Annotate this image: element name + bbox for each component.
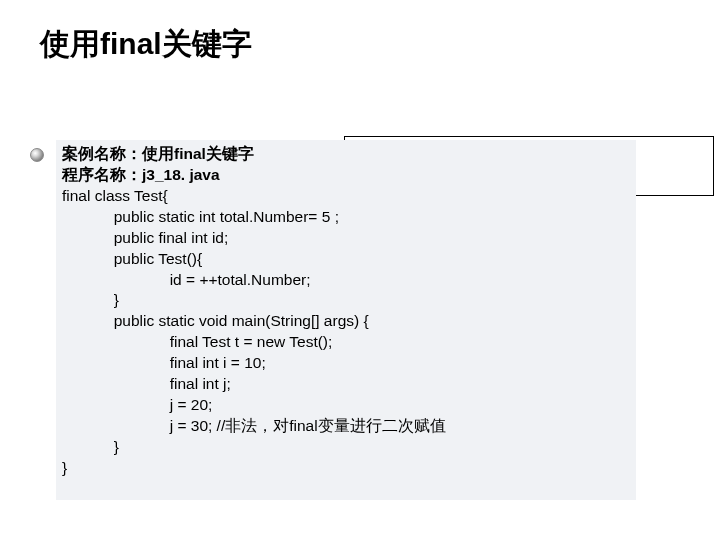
slide-title: 使用final关键字 — [40, 24, 252, 65]
code-line: final int i = 10; — [62, 353, 630, 374]
code-line: } — [62, 290, 630, 311]
code-line: public Test(){ — [62, 249, 630, 270]
code-line: public final int id; — [62, 228, 630, 249]
code-line: } — [62, 458, 630, 479]
code-line: public static void main(String[] args) { — [62, 311, 630, 332]
bullet-icon — [30, 148, 44, 162]
program-name-label: 程序名称：j3_18. java — [62, 165, 630, 186]
code-line: j = 20; — [62, 395, 630, 416]
code-line: final class Test{ — [62, 186, 630, 207]
code-line: public static int total.Number= 5 ; — [62, 207, 630, 228]
code-line: final Test t = new Test(); — [62, 332, 630, 353]
case-name-label: 案例名称：使用final关键字 — [62, 144, 630, 165]
code-line: j = 30; //非法，对final变量进行二次赋值 — [62, 416, 630, 437]
code-line: } — [62, 437, 630, 458]
code-line: final int j; — [62, 374, 630, 395]
code-line: id = ++total.Number; — [62, 270, 630, 291]
content-box: 案例名称：使用final关键字 程序名称：j3_18. java final c… — [56, 140, 636, 500]
slide: 使用final关键字 Configuration: j2sdk1.4.2 <De… — [0, 0, 720, 540]
